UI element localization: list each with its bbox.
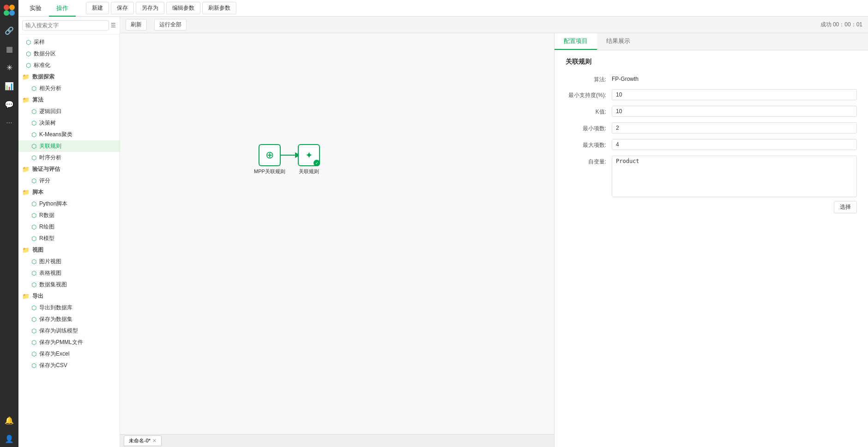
sidebar-item-6[interactable]: ⬡逻辑回归: [18, 106, 120, 117]
tab-results[interactable]: 结果展示: [597, 33, 639, 50]
sidebar-item-label-2: 标准化: [34, 61, 50, 69]
main-container: 实验 操作 新建 保存 另存为 编辑参数 刷新参数 ☰ ⬡采样⬡数据分区⬡标准化…: [18, 0, 868, 447]
select-button[interactable]: 选择: [834, 201, 857, 213]
input-k-value[interactable]: [612, 106, 857, 117]
rail-link-icon[interactable]: 🔗: [1, 22, 18, 39]
form-row-k-value: K值:: [566, 106, 857, 117]
node-icon-8: ⬡: [31, 131, 36, 138]
sidebar-item-9[interactable]: ⬡关联规则: [18, 140, 120, 152]
right-panel-content: 关联规则 算法: FP-Growth 最小支持度(%):: [555, 50, 868, 447]
input-min-support[interactable]: [612, 89, 857, 100]
node-association-icon: ✦: [305, 150, 313, 161]
sidebar-item-label-19: 图片视图: [39, 258, 61, 266]
sidebar-item-23[interactable]: ⬡导出到数据库: [18, 302, 120, 314]
folder-label: 导出: [32, 292, 43, 300]
sidebar-item-4[interactable]: ⬡相关分析: [18, 83, 120, 94]
edit-params-button[interactable]: 编辑参数: [166, 2, 200, 14]
sidebar-item-20[interactable]: ⬡表格视图: [18, 267, 120, 279]
rail-bell-icon[interactable]: 🔔: [1, 412, 18, 429]
node-mpp-label: MPP关联规则: [254, 168, 285, 175]
refresh-params-button[interactable]: 刷新参数: [202, 2, 236, 14]
sidebar-item-8[interactable]: ⬡K-Means聚类: [18, 129, 120, 140]
canvas-tab-close-icon[interactable]: ✕: [152, 438, 157, 444]
sidebar-item-label-23: 导出到数据库: [39, 304, 72, 312]
sidebar-item-17[interactable]: ⬡R模型: [18, 233, 120, 244]
sidebar-item-25[interactable]: ⬡保存为训练模型: [18, 325, 120, 337]
node-icon-21: ⬡: [31, 281, 36, 288]
right-panel: 配置项目 结果展示 关联规则 算法: FP-Growth 最小支持度(%):: [554, 33, 868, 447]
save-as-button[interactable]: 另存为: [136, 2, 164, 14]
input-max-items[interactable]: [612, 139, 857, 150]
rail-chart-icon[interactable]: 📊: [1, 78, 18, 94]
node-icon-14: ⬡: [31, 200, 36, 207]
node-icon-16: ⬡: [31, 224, 36, 230]
node-icon-6: ⬡: [31, 108, 36, 115]
canvas[interactable]: ⊕ MPP关联规则 ✦ ✓ 关联规则: [120, 33, 554, 447]
canvas-tab-main[interactable]: 未命名-0* ✕: [124, 435, 162, 446]
menu-icon[interactable]: ☰: [111, 22, 116, 29]
search-input[interactable]: [22, 20, 109, 30]
rail-grid-icon[interactable]: ▦: [1, 41, 18, 57]
node-mpp-box: ⊕: [259, 144, 281, 166]
sidebar-item-label-4: 相关分析: [39, 85, 61, 92]
status-text: 成功 00：00：01: [820, 21, 862, 29]
textarea-independent-var[interactable]: Product: [612, 156, 857, 197]
new-button[interactable]: 新建: [86, 2, 109, 14]
sidebar-item-0[interactable]: ⬡采样: [18, 36, 120, 48]
select-btn-container: 选择: [612, 199, 857, 213]
form-row-independent-var: 自变量: Product 选择: [566, 156, 857, 213]
sidebar-item-1[interactable]: ⬡数据分区: [18, 48, 120, 60]
run-all-button[interactable]: 运行全部: [154, 19, 187, 30]
sidebar-item-2[interactable]: ⬡标准化: [18, 60, 120, 71]
sidebar-item-14[interactable]: ⬡Python脚本: [18, 198, 120, 210]
rail-chat-icon[interactable]: 💬: [1, 96, 18, 113]
node-icon-27: ⬡: [31, 350, 36, 357]
save-button[interactable]: 保存: [111, 2, 134, 14]
node-icon-20: ⬡: [31, 270, 36, 277]
form-row-max-items: 最大项数:: [566, 139, 857, 150]
node-icon-9: ⬡: [31, 143, 36, 150]
sidebar-item-label-21: 数据集视图: [39, 281, 67, 289]
rail-user-icon[interactable]: 👤: [1, 430, 18, 447]
node-mpp[interactable]: ⊕ MPP关联规则: [254, 144, 285, 175]
tab-config[interactable]: 配置项目: [555, 33, 597, 50]
node-association[interactable]: ✦ ✓ 关联规则: [298, 144, 320, 175]
sidebar-item-13: 📁脚本: [18, 187, 120, 198]
sidebar-item-label-16: R绘图: [39, 223, 54, 231]
label-independent-var: 自变量:: [566, 156, 612, 166]
input-min-items[interactable]: [612, 122, 857, 133]
sidebar-item-10[interactable]: ⬡时序分析: [18, 152, 120, 163]
node-icon-17: ⬡: [31, 235, 36, 242]
sidebar-item-7[interactable]: ⬡决策树: [18, 117, 120, 129]
node-icon-1: ⬡: [26, 50, 31, 57]
svg-point-3: [9, 10, 15, 16]
folder-label: 视图: [32, 246, 43, 254]
label-algorithm: 算法:: [566, 73, 612, 84]
node-icon-2: ⬡: [26, 62, 31, 69]
sidebar-item-27[interactable]: ⬡保存为Excel: [18, 348, 120, 360]
sidebar-item-label-10: 时序分析: [39, 154, 61, 162]
tab-operation[interactable]: 操作: [49, 0, 76, 17]
sidebar-item-3: 📁数据探索: [18, 71, 120, 83]
sidebar-item-15[interactable]: ⬡R数据: [18, 210, 120, 221]
sidebar-item-21[interactable]: ⬡数据集视图: [18, 279, 120, 290]
right-panel-tabs: 配置项目 结果展示: [555, 33, 868, 50]
sidebar-item-26[interactable]: ⬡保存为PMML文件: [18, 337, 120, 348]
sidebar-item-16[interactable]: ⬡R绘图: [18, 221, 120, 233]
canvas-tabs: 未命名-0* ✕: [120, 434, 554, 447]
node-icon-25: ⬡: [31, 327, 36, 334]
icon-rail: 🔗 ▦ ✳ 📊 💬 ··· 🔔 👤: [0, 0, 18, 447]
rail-asterisk-icon[interactable]: ✳: [1, 59, 18, 76]
refresh-button[interactable]: 刷新: [126, 19, 147, 30]
sidebar-item-28[interactable]: ⬡保存为CSV: [18, 360, 120, 371]
node-association-box: ✦ ✓: [298, 144, 320, 166]
sidebar-item-12[interactable]: ⬡评分: [18, 175, 120, 187]
svg-point-1: [9, 5, 15, 10]
rail-more-icon[interactable]: ···: [1, 115, 18, 131]
sidebar-item-19[interactable]: ⬡图片视图: [18, 256, 120, 267]
sidebar-item-label-1: 数据分区: [34, 50, 56, 58]
tab-experiment[interactable]: 实验: [22, 0, 49, 17]
sidebar-item-24[interactable]: ⬡保存为数据集: [18, 314, 120, 325]
folder-label: 数据探索: [32, 73, 54, 81]
node-icon-12: ⬡: [31, 177, 36, 184]
